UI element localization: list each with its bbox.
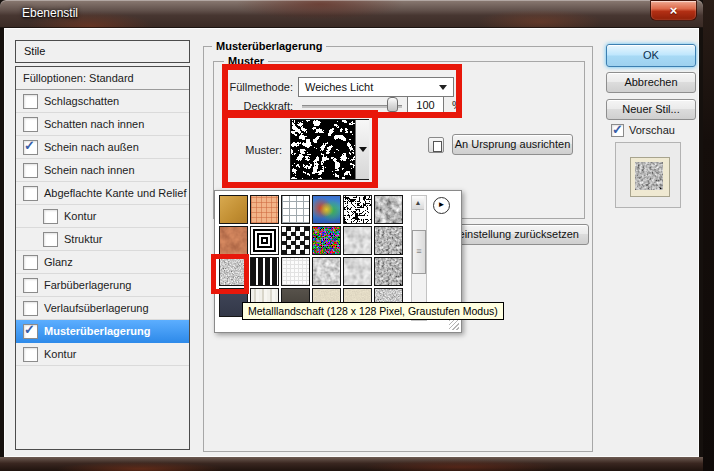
sidebar-item-abgeflachte-kante-und-relief[interactable]: Abgeflachte Kante und Relief (16, 182, 189, 205)
sidebar-item-verlaufsüberlagerung[interactable]: Verlaufsüberlagerung (16, 297, 189, 320)
style-checkbox[interactable]: ✓ (23, 324, 38, 339)
title-bar[interactable]: Ebenenstil (0, 0, 703, 28)
pattern-preview-dropdown[interactable] (290, 119, 369, 180)
pattern-swatch-orange-grid[interactable] (250, 195, 279, 224)
sidebar-item-schlagschatten[interactable]: Schlagschatten (16, 90, 189, 113)
pattern-overlay-group-title: Musterüberlagerung (212, 40, 326, 53)
styles-list-header: Stile (15, 40, 190, 63)
pattern-swatch-ochre[interactable] (219, 195, 248, 224)
style-label: Verlaufsüberlagerung (44, 302, 149, 314)
sidebar-item-musterüberlagerung[interactable]: ✓Musterüberlagerung (16, 320, 189, 343)
check-icon: ✓ (24, 138, 35, 153)
ok-button[interactable]: OK (606, 44, 696, 67)
style-label: Kontur (64, 210, 96, 222)
pattern-thumbnail[interactable] (291, 120, 355, 179)
scroll-up-icon[interactable]: ▲ (412, 196, 424, 210)
scrollbar-thumb[interactable]: ≡ (412, 230, 426, 274)
pattern-swatch-op-art-checker[interactable] (281, 226, 310, 255)
sidebar-item-kontur[interactable]: Kontur (16, 205, 189, 228)
sidebar-item-struktur[interactable]: Struktur (16, 228, 189, 251)
style-label: Abgeflachte Kante und Relief (44, 187, 187, 199)
close-icon: × (670, 3, 678, 18)
sidebar-item-kontur[interactable]: Kontur (16, 343, 189, 366)
pattern-swatch-coarse-noise[interactable] (374, 257, 403, 286)
window-bottom-frame (0, 457, 703, 471)
opacity-label: Deckkraft: (215, 100, 293, 112)
pattern-swatch-gray-blobs[interactable] (312, 257, 341, 286)
pattern-swatch-soft-blobs[interactable] (343, 226, 372, 255)
layer-style-list: Fülloptionen: StandardSchlagschattenScha… (15, 66, 190, 450)
style-label: Kontur (44, 348, 76, 360)
blend-mode-value: Weiches Licht (305, 81, 373, 93)
style-checkbox[interactable] (23, 255, 38, 270)
picker-resize-grip[interactable] (449, 320, 459, 330)
pattern-swatch-ink-scribble[interactable] (343, 195, 372, 224)
close-button[interactable]: × (650, 0, 697, 21)
sidebar-item-schatten-nach-innen[interactable]: Schatten nach innen (16, 113, 189, 136)
style-label: Musterüberlagerung (44, 325, 150, 337)
sidebar-item-fill-options[interactable]: Fülloptionen: Standard (16, 67, 189, 90)
screenshot-root: Ebenenstil × Stile Fülloptionen: Standar… (0, 0, 714, 471)
preview-checkbox-label: Vorschau (629, 124, 675, 136)
new-preset-icon (433, 141, 442, 152)
check-icon: ✓ (612, 122, 623, 137)
picker-flyout-menu-icon[interactable]: ► (433, 197, 450, 214)
style-checkbox[interactable] (23, 94, 38, 109)
pattern-swatch-faint-grid[interactable] (281, 257, 310, 286)
sidebar-item-farbüberlagerung[interactable]: Farbüberlagerung (16, 274, 189, 297)
style-label: Farbüberlagerung (44, 279, 131, 291)
pattern-swatch-gray-marble[interactable] (374, 195, 403, 224)
style-label: Schatten nach innen (44, 118, 144, 130)
style-checkbox[interactable] (23, 278, 38, 293)
style-label: Schein nach außen (44, 141, 139, 153)
style-checkbox[interactable] (43, 232, 58, 247)
new-style-button[interactable]: Neuer Stil... (606, 99, 696, 120)
style-preview-inner (630, 157, 670, 197)
opacity-unit-label: % (452, 99, 462, 111)
pattern-swatch-cloud-noise[interactable] (343, 257, 372, 286)
pattern-swatch-concentric-squares[interactable] (250, 226, 279, 255)
style-checkbox[interactable] (23, 186, 38, 201)
pattern-label: Muster: (215, 144, 282, 156)
pattern-group-title: Muster (224, 55, 268, 68)
style-label: Schlagschatten (44, 95, 119, 107)
style-checkbox[interactable] (23, 301, 38, 316)
cancel-button[interactable]: Abbrechen (606, 72, 696, 93)
style-preview-pattern (635, 162, 663, 190)
blend-mode-label: Füllmethode: (215, 81, 293, 93)
sidebar-item-glanz[interactable]: Glanz (16, 251, 189, 274)
pattern-tooltip: Metalllandschaft (128 x 128 Pixel, Graus… (242, 302, 504, 320)
align-to-origin-button[interactable]: An Ursprung ausrichten (452, 134, 573, 155)
pattern-swatch-dash-rows[interactable] (250, 257, 279, 286)
new-pattern-preset-button[interactable] (428, 137, 444, 153)
style-preview-swatch (615, 142, 681, 208)
style-checkbox[interactable] (43, 209, 58, 224)
pattern-swatch-rainbow-blur[interactable] (312, 195, 341, 224)
preview-checkbox[interactable]: ✓ (611, 124, 624, 137)
style-checkbox[interactable] (23, 347, 38, 362)
pattern-swatch-rust[interactable] (219, 226, 248, 255)
pattern-swatch-confetti[interactable] (312, 226, 341, 255)
pattern-swatch-white-grid[interactable] (281, 195, 310, 224)
style-checkbox[interactable]: ✓ (23, 140, 38, 155)
sidebar-item-schein-nach-innen[interactable]: Schein nach innen (16, 159, 189, 182)
chevron-down-icon (359, 147, 367, 152)
desktop-background-strip (703, 0, 714, 471)
pattern-swatch-dark-noise[interactable] (374, 226, 403, 255)
opacity-slider-thumb[interactable] (387, 97, 398, 112)
opacity-value-field[interactable]: 100 (407, 96, 444, 115)
pattern-dropdown-strip[interactable] (355, 120, 369, 179)
pattern-swatch-metal-landscape[interactable] (219, 257, 248, 286)
check-icon: ✓ (24, 322, 35, 337)
chevron-down-icon (439, 85, 447, 90)
style-label: Glanz (44, 256, 73, 268)
sidebar-item-schein-nach-außen[interactable]: ✓Schein nach außen (16, 136, 189, 159)
window-title: Ebenenstil (22, 0, 78, 28)
style-checkbox[interactable] (23, 163, 38, 178)
style-label: Schein nach innen (44, 164, 135, 176)
blend-mode-select[interactable]: Weiches Licht (298, 77, 454, 97)
style-checkbox[interactable] (23, 117, 38, 132)
style-label: Struktur (64, 233, 103, 245)
pattern-swatch-grid (219, 195, 403, 317)
